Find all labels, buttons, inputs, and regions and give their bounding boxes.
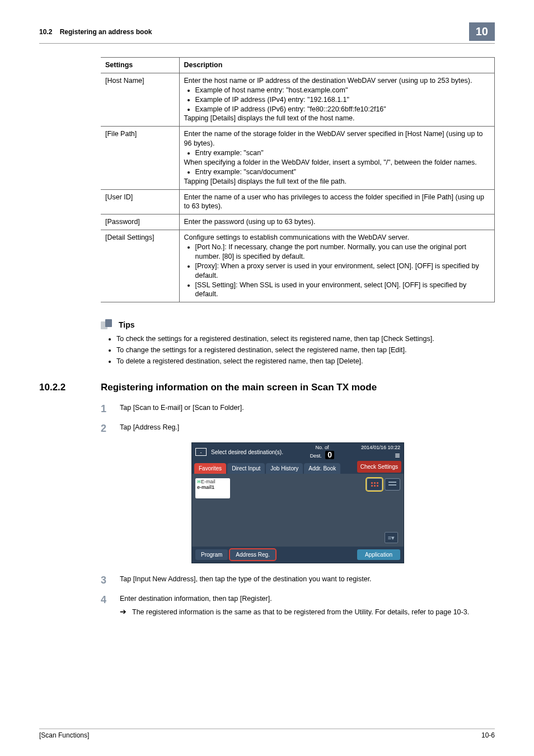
view-list-button[interactable] — [385, 478, 400, 491]
tab-favorites[interactable]: Favorites — [194, 463, 226, 474]
tips-item: To change the settings for a registered … — [116, 346, 495, 354]
step-number: 4 — [101, 594, 111, 606]
page-header: 10.2 Registering an address book 10 — [39, 22, 495, 44]
screenshot-prompt: Select desired destination(s). — [211, 449, 283, 455]
setting-name: [User ID] — [101, 189, 179, 214]
step: 1 Tap [Scan to E-mail] or [Scan to Folde… — [101, 403, 495, 415]
subsection-title: Registering information on the main scre… — [101, 382, 377, 393]
setting-desc: Configure settings to establish communic… — [179, 230, 495, 302]
tips-block: Tips To check the settings for a registe… — [101, 319, 495, 365]
tips-list: To check the settings for a registered d… — [101, 335, 495, 365]
view-grid-button[interactable] — [367, 478, 382, 491]
tab-job-history[interactable]: Job History — [266, 463, 303, 474]
setting-name: [Host Name] — [101, 73, 179, 126]
step-number: 1 — [101, 403, 111, 415]
chapter-badge: 10 — [469, 22, 495, 41]
arrow-icon: ➔ — [120, 608, 127, 618]
header-section-title: Registering an address book — [60, 28, 152, 36]
footer-right: 10-6 — [481, 731, 495, 739]
setting-name: [File Path] — [101, 127, 179, 189]
tab-addr-book[interactable]: Addr. Book — [304, 463, 340, 474]
table-row: [Host Name] Enter the host name or IP ad… — [101, 73, 495, 126]
program-button[interactable]: Program — [195, 549, 228, 560]
table-row: [Password] Enter the password (using up … — [101, 214, 495, 230]
col-header-description: Description — [179, 58, 495, 73]
dest-count: 0 — [325, 451, 334, 459]
page-footer: [Scan Functions] 10-6 — [39, 729, 495, 739]
screenshot-datetime: 2014/01/16 10:22 — [361, 445, 400, 450]
check-settings-button[interactable]: Check Settings — [357, 461, 401, 473]
step: 3 Tap [Input New Address], then tap the … — [101, 575, 495, 586]
tab-direct-input[interactable]: Direct Input — [227, 463, 265, 474]
footer-left: [Scan Functions] — [39, 731, 89, 739]
step-text: Tap [Input New Address], then tap the ty… — [120, 575, 495, 585]
header-section-no: 10.2 — [39, 28, 52, 36]
address-reg-button[interactable]: Address Reg. — [230, 549, 275, 560]
substep-text: The registered information is the same a… — [132, 608, 469, 618]
tips-label: Tips — [119, 320, 135, 329]
table-row: [Detail Settings] Configure settings to … — [101, 230, 495, 302]
menu-icon[interactable]: ≣ — [361, 451, 400, 459]
setting-desc: Enter the name of a user who has privile… — [179, 189, 495, 214]
step: 2 Tap [Address Reg.] — [101, 423, 495, 435]
steps-list: 1 Tap [Scan to E-mail] or [Scan to Folde… — [101, 403, 495, 617]
device-screenshot: Select desired destination(s). No. of De… — [101, 442, 495, 563]
table-row: [User ID] Enter the name of a user who h… — [101, 189, 495, 214]
col-header-settings: Settings — [101, 58, 179, 73]
settings-table: Settings Description [Host Name] Enter t… — [101, 57, 495, 302]
table-row: [File Path] Enter the name of the storag… — [101, 127, 495, 189]
step-number: 2 — [101, 423, 111, 435]
email-icon: ✉ — [197, 479, 201, 484]
destination-card-email[interactable]: ✉E-mail e-mail1 — [195, 478, 230, 498]
header-section: 10.2 Registering an address book — [39, 28, 152, 36]
step: 4 Enter destination information, then ta… — [101, 594, 495, 617]
step-text: Tap [Address Reg.] — [120, 423, 495, 433]
subsection-heading: 10.2.2 Registering information on the ma… — [39, 382, 495, 393]
setting-desc: Enter the host name or IP address of the… — [179, 73, 495, 126]
tips-item: To check the settings for a registered d… — [116, 335, 495, 343]
setting-name: [Password] — [101, 214, 179, 230]
setting-name: [Detail Settings] — [101, 230, 179, 302]
expand-toggle-button[interactable]: ≡▾ — [385, 532, 398, 543]
step-number: 3 — [101, 575, 111, 586]
subsection-num: 10.2.2 — [39, 382, 101, 393]
setting-desc: Enter the name of the storage folder in … — [179, 127, 495, 189]
application-button[interactable]: Application — [357, 549, 400, 560]
step-text: Tap [Scan to E-mail] or [Scan to Folder]… — [120, 403, 495, 413]
envelope-icon — [195, 448, 207, 456]
setting-desc: Enter the password (using up to 63 bytes… — [179, 214, 495, 230]
tips-icon — [101, 319, 115, 330]
dest-count-area: No. of Dest. 0 — [310, 445, 334, 459]
step-text: Enter destination information, then tap … — [120, 595, 272, 603]
tips-item: To delete a registered destination, sele… — [116, 357, 495, 365]
